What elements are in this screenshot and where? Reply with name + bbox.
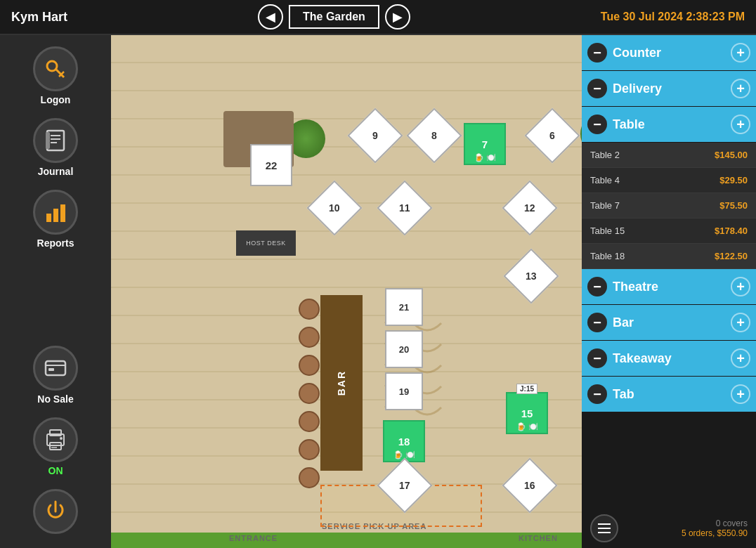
stool-decoration (299, 467, 320, 488)
key-icon (33, 46, 78, 91)
counter-minus-button[interactable]: − (587, 43, 607, 63)
right-panel: − Counter + − Delivery + − Table + Table… (582, 35, 756, 548)
bar-section: − Bar + (582, 305, 756, 340)
stool-decoration (299, 299, 320, 320)
timer-badge: J:15 (516, 384, 537, 394)
table15-amount: $178.40 (715, 226, 748, 236)
right-bottom: 0 covers 5 orders, $550.90 (582, 509, 756, 548)
svg-point-20 (60, 437, 63, 440)
bar-plus-button[interactable]: + (731, 313, 750, 332)
stool-decoration (299, 411, 320, 432)
delivery-plus-button[interactable]: + (731, 79, 750, 98)
prev-venue-button[interactable]: ◀ (258, 4, 283, 30)
delivery-section: − Delivery + (582, 71, 756, 106)
sidebar-item-journal[interactable]: Journal (13, 114, 98, 181)
main-layout: Logon Journal (0, 35, 756, 548)
status-info: 0 covers 5 orders, $550.90 (682, 518, 748, 538)
reports-icon (33, 190, 78, 235)
table-17[interactable]: 17 (385, 466, 424, 505)
table-16[interactable]: 16 (510, 466, 549, 505)
table-19[interactable]: 19 (385, 372, 423, 410)
counter-label: Counter (613, 46, 725, 60)
next-venue-button[interactable]: ▶ (385, 4, 410, 30)
sidebar-item-power[interactable] (13, 485, 98, 541)
table-row[interactable]: Table 15 $178.40 (582, 218, 756, 244)
table-7[interactable]: 7 🍺 🍽️ (464, 123, 506, 165)
tab-minus-button[interactable]: − (587, 384, 607, 404)
venue-name: The Garden (289, 5, 379, 29)
table-9[interactable]: 9 (356, 116, 395, 155)
table4-label: Table 4 (590, 175, 719, 185)
tab-plus-button[interactable]: + (731, 384, 750, 404)
table18-label: Table 18 (590, 251, 715, 261)
table-minus-button[interactable]: − (587, 115, 607, 134)
delivery-minus-button[interactable]: − (587, 79, 607, 98)
svg-rect-14 (48, 368, 54, 371)
table-10[interactable]: 10 (315, 188, 354, 228)
topbar: Kym Hart ◀ The Garden ▶ Tue 30 Jul 2024 … (0, 0, 756, 35)
table2-amount: $145.00 (715, 150, 748, 160)
stool-decoration (299, 383, 320, 404)
tab-section: − Tab + (582, 377, 756, 412)
delivery-label: Delivery (613, 81, 725, 96)
table-11[interactable]: 11 (385, 188, 424, 228)
nosale-icon (33, 346, 78, 391)
table15-label: Table 15 (590, 226, 715, 236)
sidebar-item-reports[interactable]: Reports (13, 185, 98, 253)
table7-amount: $75.50 (719, 200, 748, 211)
stool-decoration (299, 355, 320, 376)
table-12[interactable]: 12 (510, 188, 549, 228)
table-plus-button[interactable]: + (731, 115, 750, 134)
svg-rect-9 (46, 214, 51, 222)
sidebar-item-on[interactable]: ON (13, 413, 98, 481)
table-row[interactable]: Table 2 $145.00 (582, 143, 756, 168)
table-sub-items: Table 2 $145.00 Table 4 $29.50 Table 7 $… (582, 143, 756, 269)
bar-label: Bar (613, 315, 725, 330)
bar-label: BAR (336, 370, 347, 396)
table-row[interactable]: Table 7 $75.50 (582, 193, 756, 218)
theatre-minus-button[interactable]: − (587, 277, 607, 296)
reports-label: Reports (37, 237, 74, 249)
takeaway-label: Takeaway (613, 351, 725, 366)
table-6[interactable]: 6 (533, 116, 572, 155)
table18-amount: $122.50 (715, 251, 748, 261)
table-21[interactable]: 21 (385, 288, 423, 326)
stool-decoration (299, 439, 320, 460)
takeaway-plus-button[interactable]: + (731, 348, 750, 368)
theatre-label: Theatre (613, 280, 725, 294)
tab-label: Tab (613, 387, 725, 402)
table-row[interactable]: Table 4 $29.50 (582, 168, 756, 193)
table-20[interactable]: 20 (385, 330, 423, 368)
theatre-plus-button[interactable]: + (731, 277, 750, 296)
takeaway-section: − Takeaway + (582, 341, 756, 376)
takeaway-minus-button[interactable]: − (587, 348, 607, 368)
table-13[interactable]: 13 (511, 256, 551, 296)
venue-nav: ◀ The Garden ▶ (258, 4, 410, 30)
printer-icon (33, 417, 78, 462)
journal-icon (33, 118, 78, 163)
svg-rect-10 (53, 209, 58, 222)
table4-amount: $29.50 (719, 175, 748, 185)
table-18[interactable]: 18 🍺 🍽️ (383, 420, 425, 462)
menu-button[interactable] (590, 514, 618, 542)
bar-area: BAR (320, 295, 363, 471)
journal-label: Journal (38, 166, 74, 177)
orders-count: 5 orders, $550.90 (682, 528, 748, 538)
svg-rect-8 (46, 132, 50, 149)
table-section: − Table + (582, 107, 756, 142)
table-22[interactable]: 22 (250, 144, 292, 186)
sidebar-item-nosale[interactable]: No Sale (13, 341, 98, 409)
table-label: Table (613, 117, 725, 132)
table-15[interactable]: J:15 15 🍺 🍽️ (506, 392, 548, 434)
host-desk-label: HOST DESK (246, 240, 285, 247)
entrance-label: ENTRANCE (229, 534, 278, 542)
table-row[interactable]: Table 18 $122.50 (582, 244, 756, 269)
svg-rect-11 (60, 204, 65, 222)
table-8[interactable]: 8 (415, 116, 454, 155)
kitchen-label: KITCHEN (519, 534, 558, 542)
covers-count: 0 covers (682, 518, 748, 528)
counter-plus-button[interactable]: + (731, 43, 750, 63)
sidebar: Logon Journal (0, 35, 111, 548)
sidebar-item-logon[interactable]: Logon (13, 42, 98, 110)
bar-minus-button[interactable]: − (587, 313, 607, 332)
